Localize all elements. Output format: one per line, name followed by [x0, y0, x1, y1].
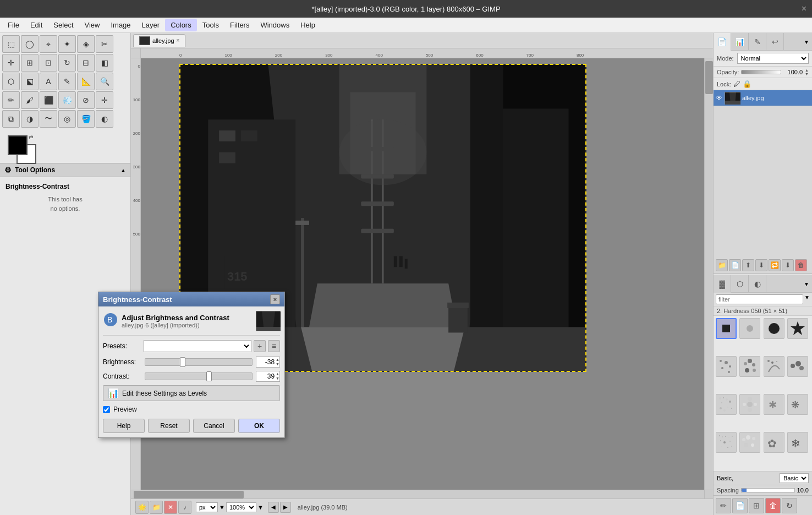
menu-filters[interactable]: Filters	[224, 19, 255, 31]
tool-ink[interactable]: ⊘	[77, 91, 95, 109]
brush-copy-btn[interactable]: ⊞	[749, 498, 764, 513]
status-nav-right[interactable]: ▶	[280, 502, 291, 513]
tool-align[interactable]: ⊞	[21, 54, 39, 72]
tool-measure[interactable]: 📐	[77, 73, 95, 90]
status-delete-btn[interactable]: ✕	[164, 501, 177, 514]
zoom-select[interactable]: 100%	[226, 502, 256, 512]
presets-select[interactable]	[144, 340, 251, 352]
tool-text[interactable]: A	[40, 73, 57, 90]
dialog-close-button[interactable]: ×	[270, 294, 280, 304]
menu-colors[interactable]: Colors	[165, 19, 197, 31]
tool-scissors[interactable]: ✂	[96, 35, 113, 53]
tool-move[interactable]: ✛	[2, 54, 20, 72]
status-nav-left[interactable]: ◀	[268, 502, 279, 513]
tool-ellipse-select[interactable]: ◯	[21, 35, 39, 53]
brush-item-4[interactable]	[787, 318, 808, 339]
brightness-slider-track[interactable]	[145, 358, 253, 366]
ok-button[interactable]: OK	[238, 419, 280, 433]
lock-pixels-icon[interactable]: 🖊	[733, 80, 740, 88]
status-export-btn[interactable]: ♪	[178, 501, 191, 514]
brush-item-14[interactable]	[739, 432, 760, 453]
tool-scale[interactable]: ⊟	[77, 54, 95, 72]
scrollbar-vertical-thumb[interactable]	[705, 61, 713, 94]
unit-select[interactable]: px	[196, 502, 218, 512]
menu-layer[interactable]: Layer	[136, 19, 166, 31]
status-new-image-btn[interactable]: 🌟	[135, 501, 149, 514]
menu-help[interactable]: Help	[295, 19, 321, 31]
brush-item-12[interactable]: ❋	[787, 394, 808, 415]
brushes-tab-menu[interactable]: ▼	[801, 275, 812, 293]
menu-tools[interactable]: Tools	[197, 19, 224, 31]
tool-heal[interactable]: ✛	[96, 91, 113, 109]
menu-edit[interactable]: Edit	[25, 19, 48, 31]
image-tab-close[interactable]: ×	[177, 37, 180, 43]
tool-clone[interactable]: ⧉	[2, 110, 20, 128]
brush-filter-input[interactable]	[716, 294, 803, 304]
dialog-titlebar[interactable]: Brightness-Contrast ×	[98, 292, 284, 306]
brightness-up-arrow[interactable]: ▲	[276, 358, 279, 362]
brush-item-8[interactable]	[787, 356, 808, 377]
spacing-bar[interactable]	[741, 488, 795, 492]
cancel-button[interactable]: Cancel	[193, 419, 235, 433]
brightness-down-arrow[interactable]: ▼	[276, 362, 279, 366]
scrollbar-horizontal[interactable]	[131, 490, 713, 498]
tool-options-expand[interactable]: ▲	[120, 167, 126, 173]
brush-item-10[interactable]	[739, 394, 760, 415]
tool-path[interactable]: ✎	[58, 73, 76, 90]
layer-raise-btn[interactable]: ⬆	[742, 259, 754, 271]
scrollbar-horizontal-thumb[interactable]	[134, 491, 244, 498]
layer-item[interactable]: 👁 alley.jpg	[714, 90, 812, 106]
lock-alpha-icon[interactable]: 🔒	[743, 80, 751, 88]
tool-pencil[interactable]: ✏	[2, 91, 20, 109]
brush-item-13[interactable]	[716, 432, 737, 453]
brightness-slider-thumb[interactable]	[180, 357, 185, 367]
tool-rotate[interactable]: ↻	[58, 54, 76, 72]
window-close-button[interactable]: ×	[802, 4, 806, 14]
contrast-slider-thumb[interactable]	[206, 371, 212, 381]
scrollbar-h-track[interactable]	[131, 490, 704, 498]
opacity-down-arrow[interactable]: ▼	[805, 72, 809, 76]
menu-view[interactable]: View	[79, 19, 106, 31]
layer-new-btn[interactable]: 📄	[729, 259, 741, 271]
tool-eraser[interactable]: ⬛	[40, 91, 57, 109]
preview-checkbox[interactable]	[103, 406, 110, 413]
tool-smudge[interactable]: 〜	[40, 110, 57, 128]
brush-refresh-btn[interactable]: ↻	[782, 498, 797, 513]
brushes-tab-patterns[interactable]: ⬡	[731, 275, 749, 293]
brush-item-7[interactable]	[764, 356, 784, 377]
menu-windows[interactable]: Windows	[255, 19, 295, 31]
layer-new-from-file-btn[interactable]: 📁	[716, 259, 728, 271]
panel-tab-paths[interactable]: ✎	[749, 33, 766, 51]
opacity-up-arrow[interactable]: ▲	[805, 68, 809, 72]
contrast-up-arrow[interactable]: ▲	[276, 372, 279, 376]
tool-rect-select[interactable]: ⬚	[2, 35, 20, 53]
brush-delete-btn[interactable]: 🗑	[765, 498, 781, 513]
panel-tab-layers[interactable]: 📄	[714, 33, 731, 51]
layer-duplicate-btn[interactable]: 🔁	[769, 259, 781, 271]
layer-visibility-icon[interactable]: 👁	[716, 94, 722, 102]
menu-file[interactable]: File	[2, 19, 25, 31]
reset-button[interactable]: Reset	[148, 419, 190, 433]
layer-delete-btn[interactable]: 🗑	[795, 259, 807, 271]
scrollbar-vertical[interactable]	[704, 58, 713, 490]
foreground-color[interactable]	[8, 135, 28, 155]
preset-add-button[interactable]: +	[254, 340, 266, 352]
help-button[interactable]: Help	[103, 419, 145, 433]
brushes-tab-brushes[interactable]: ▓	[714, 275, 731, 293]
tool-free-select[interactable]: ⌖	[40, 35, 57, 53]
tool-bucket-fill[interactable]: 🪣	[77, 110, 95, 128]
tool-airbrush[interactable]: 💨	[58, 91, 76, 109]
brush-item-3[interactable]	[764, 318, 784, 339]
brush-new-btn[interactable]: 📄	[732, 498, 748, 513]
brush-item-16[interactable]: ❄	[787, 432, 808, 453]
panel-tab-undo[interactable]: ↩	[766, 33, 784, 51]
brush-item-9[interactable]	[716, 394, 737, 415]
tool-blend[interactable]: ◐	[96, 110, 113, 128]
tool-select-by-color[interactable]: ◈	[77, 35, 95, 53]
tool-color-picker[interactable]: 🔍	[96, 73, 113, 90]
brush-item-11[interactable]: ✱	[764, 394, 784, 415]
brush-filter-arrow[interactable]: ▼	[804, 294, 810, 304]
brush-item-6[interactable]	[739, 356, 760, 377]
tool-shear[interactable]: ◧	[96, 54, 113, 72]
brush-item-1[interactable]	[716, 318, 737, 339]
